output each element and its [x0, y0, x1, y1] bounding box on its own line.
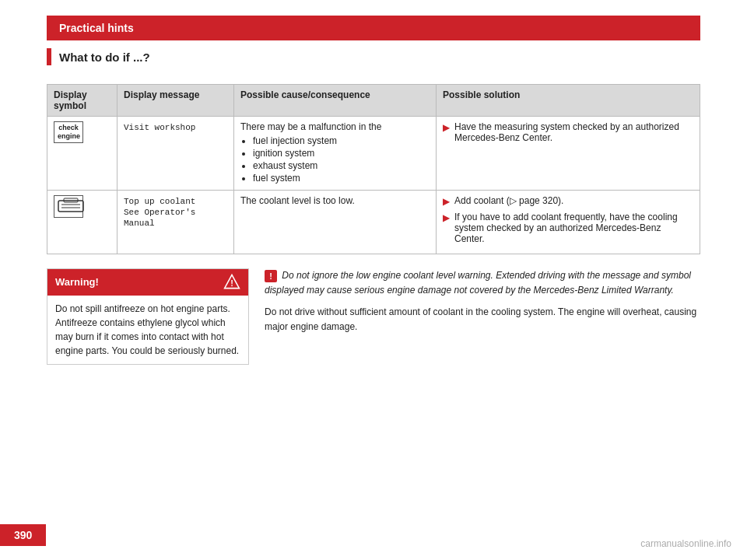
solution-item: ▶ Have the measuring system checked by a… [443, 121, 693, 143]
cause-item: ignition system [253, 148, 430, 159]
arrow-icon: ▶ [443, 122, 450, 133]
col-header-cause: Possible cause/consequence [234, 85, 437, 117]
solution-item-2b: ▶ If you have to add coolant frequently,… [443, 212, 693, 244]
table-row: Top up coolantSee Operator's Manual The … [47, 191, 700, 254]
notice-para-2: Do not drive without sufficient amount o… [265, 305, 700, 334]
warning-title: Warning! [55, 276, 99, 288]
page-number-text: 390 [14, 529, 32, 541]
arrow-icon: ▶ [443, 212, 450, 223]
solution-item-2a: ▶ Add coolant (▷ page 320). [443, 195, 693, 207]
warning-section: Warning! ! Do not spill antifreeze on ho… [47, 268, 700, 365]
notice-section: ! Do not ignore the low engine coolant l… [265, 268, 700, 365]
cause-cell-2: The coolant level is too low. [234, 191, 437, 254]
solution-cell: ▶ Have the measuring system checked by a… [437, 117, 700, 191]
symbol-cell-2 [47, 191, 117, 254]
cause-item: exhaust system [253, 160, 430, 171]
page-number: 390 [0, 524, 46, 546]
display-message-2: Top up coolantSee Operator's Manual [124, 197, 195, 228]
warning-body: Do not spill antifreeze on hot engine pa… [47, 296, 248, 364]
notice-para-1: ! Do not ignore the low engine coolant l… [265, 268, 700, 297]
display-message-1: Visit workshop [124, 123, 195, 132]
subheader-accent [47, 48, 51, 65]
warning-triangle-icon: ! [223, 273, 240, 290]
table-row: checkengine Visit workshop There may be … [47, 117, 700, 191]
notice-text-1: Do not ignore the low engine coolant lev… [265, 270, 691, 296]
cause-cell: There may be a malfunction in the fuel i… [234, 117, 437, 191]
watermark-text: carmanualsonline.info [640, 538, 731, 549]
cause-intro-1: There may be a malfunction in the [240, 121, 381, 132]
message-cell: Visit workshop [117, 117, 234, 191]
solution-text-2b: If you have to add coolant frequently, h… [454, 212, 693, 244]
solution-text-2a: Add coolant (▷ page 320). [454, 195, 563, 206]
cause-intro-2: The coolant level is too low. [240, 195, 355, 206]
notice-icon: ! [265, 270, 277, 282]
warning-box: Warning! ! Do not spill antifreeze on ho… [47, 268, 249, 365]
solution-cell-2: ▶ Add coolant (▷ page 320). ▶ If you hav… [437, 191, 700, 254]
section-title: Practical hints [59, 22, 134, 34]
check-engine-symbol: checkengine [54, 121, 83, 143]
cause-item: fuel injection system [253, 135, 430, 146]
cause-item: fuel system [253, 173, 430, 184]
warning-text: Do not spill antifreeze on hot engine pa… [55, 303, 239, 356]
col-header-symbol: Display symbol [47, 85, 117, 117]
solution-text-1: Have the measuring system checked by an … [454, 121, 693, 143]
section-header: Practical hints [47, 16, 700, 40]
col-header-message: Display message [117, 85, 234, 117]
coolant-icon-svg [58, 198, 84, 213]
arrow-icon: ▶ [443, 196, 450, 207]
notice-text-2: Do not drive without sufficient amount o… [265, 306, 696, 332]
coolant-symbol [54, 195, 83, 218]
watermark: carmanualsonline.info [640, 538, 731, 549]
subheader-title: What to do if ...? [59, 51, 150, 64]
cause-list-1: fuel injection system ignition system ex… [240, 135, 430, 184]
symptoms-table: Display symbol Display message Possible … [47, 84, 700, 254]
col-header-solution: Possible solution [437, 85, 700, 117]
message-cell-2: Top up coolantSee Operator's Manual [117, 191, 234, 254]
symbol-cell: checkengine [47, 117, 117, 191]
subheader: What to do if ...? [47, 45, 700, 68]
warning-header: Warning! ! [47, 269, 248, 294]
svg-text:!: ! [230, 278, 233, 288]
